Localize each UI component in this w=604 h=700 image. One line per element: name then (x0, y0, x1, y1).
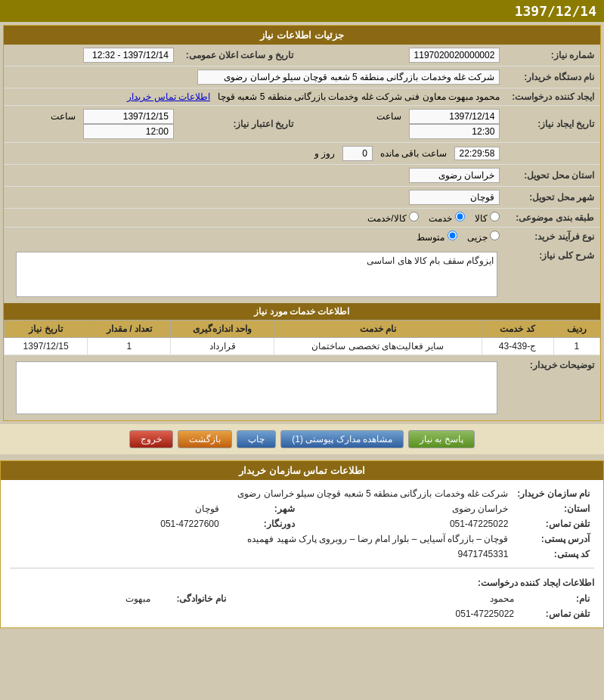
contact-section: اطلاعات تماس سازمان خریدار نام سازمان خر… (0, 460, 604, 628)
row-number: 1 (553, 338, 600, 355)
creator-link[interactable]: اطلاعات تماس خریدار (127, 91, 210, 102)
validity-date-label: تاریخ اعتبار نیاز: (180, 106, 299, 143)
date-header: 1397/12/14 (0, 0, 604, 22)
category-label: طبقه بندی موضوعی: (506, 209, 600, 228)
category-kala-khedmat[interactable]: کالا/خدمت (367, 213, 419, 224)
description-table: شرح کلی نیاز: ایزوگام سقف بام کالا های ا… (4, 246, 600, 303)
description-label: شرح کلی نیاز: (510, 246, 600, 303)
services-table: ردیف کد خدمت نام خدمت واحد اندازه‌گیری ت… (4, 320, 600, 355)
buyer-org-value: شرکت غله وخدمات بازرگانی منطقه 5 شعبه قو… (4, 67, 506, 88)
creator-family-label: نام خانوادگی: (155, 591, 231, 606)
contact-body: نام سازمان خریدار: شرکت غله وخدمات بازرگ… (1, 480, 603, 627)
creator-contact-table: نام: محمود نام خانوادگی: مبهوت تلفن تماس… (10, 591, 594, 621)
request-number-value: 1197020020000002 (330, 45, 506, 67)
contact-fax-label: دورنگار: (224, 516, 299, 531)
info-table: شماره نیاز: 1197020020000002 تاریخ و ساع… (4, 45, 600, 246)
validity-date-box: 1397/12/15 (83, 109, 174, 124)
respond-button[interactable]: پاسخ به نیاز (408, 430, 475, 448)
request-number-box: 1197020020000002 (409, 48, 500, 63)
province-box: خراسان رضوی (409, 168, 500, 183)
col-name: نام خدمت (274, 321, 482, 338)
exit-button[interactable]: خروج (129, 430, 173, 448)
creator-name-label: نام: (519, 591, 594, 606)
create-date-value: 1397/12/14 ساعت 12:30 (330, 106, 506, 143)
contact-fax-value: 051-47227600 (10, 516, 224, 531)
create-date-label: تاریخ ایجاد نیاز: (506, 106, 600, 143)
contact-city-label: شهر: (224, 501, 299, 516)
back-button[interactable]: بازگشت (178, 430, 232, 448)
purchase-type-motavasset[interactable]: متوسط (417, 232, 457, 243)
validity-time-box: 12:00 (83, 124, 174, 139)
buyer-notes-label: توضیحات خریدار: (510, 355, 600, 420)
creator-row: محمود مبهوت معاون فنی شرکت غله وخدمات با… (4, 88, 506, 106)
contact-address-label: آدرس پستی: (513, 531, 594, 547)
buyer-org-box: شرکت غله وخدمات بازرگانی منطقه 5 شعبه قو… (197, 70, 500, 85)
services-title: اطلاعات خدمات مورد نیاز (4, 303, 600, 320)
row-unit: قرارداد (171, 338, 274, 355)
row-service-name: سایر فعالیت‌های تخصصی ساختمان (274, 338, 482, 355)
announce-date-label: تاریخ و ساعت اعلان عمومی: (180, 45, 299, 67)
creator-family-value: مبهوت (10, 591, 155, 606)
announce-date-value: 1397/12/14 - 12:32 (4, 45, 180, 67)
remaining-time-value: 22:29:58 (454, 147, 500, 160)
row-qty: 1 (88, 338, 171, 355)
col-qty: تعداد / مقدار (88, 321, 171, 338)
buyer-notes-table: توضیحات خریدار: (4, 355, 600, 420)
contact-postal-label: کد پستی: (513, 547, 594, 562)
remaining-days-label: روز و (314, 148, 335, 159)
request-number-label: شماره نیاز: (506, 45, 600, 67)
contact-title: اطلاعات تماس سازمان خریدار (1, 461, 603, 480)
col-code: کد خدمت (482, 321, 553, 338)
category-row: کالا خدمت کالا/خدمت (4, 209, 506, 228)
print-button[interactable]: چاپ (237, 430, 276, 448)
buttons-row: پاسخ به نیاز مشاهده مدارک پیوستی (1) چاپ… (0, 424, 604, 454)
description-box: ایزوگام سقف بام کالا های اساسی (16, 252, 497, 297)
remaining-days-value: 0 (342, 146, 373, 161)
purchase-type-label: نوع فرآیند خرید: (506, 228, 600, 246)
buyer-org-label: نام دستگاه خریدار: (506, 67, 600, 88)
contact-province-label: استان: (513, 501, 594, 516)
col-row: ردیف (553, 321, 600, 338)
remaining-time-label: ساعت باقی مانده (380, 148, 447, 159)
view-docs-button[interactable]: مشاهده مدارک پیوستی (1) (280, 430, 404, 448)
org-label: نام سازمان خریدار: (513, 486, 594, 501)
row-code: ج-439-43 (482, 338, 553, 355)
contact-city-value: قوچان (10, 501, 224, 516)
creator-phone-value: 051-47225022 (231, 606, 519, 621)
main-section-title: جزئیات اطلاعات نیاز (4, 26, 600, 45)
contact-phone-value: 051-47225022 (299, 516, 513, 531)
create-time-label: ساعت (376, 111, 401, 122)
divider (10, 568, 594, 568)
table-row: 1 ج-439-43 سایر فعالیت‌های تخصصی ساختمان… (5, 338, 600, 355)
category-kala[interactable]: کالا (472, 213, 500, 224)
validity-time-label: ساعت (51, 111, 76, 122)
creator-subsection-title: اطلاعات ایجاد کننده درخواست: (10, 575, 594, 591)
city-value: قوچان (4, 187, 506, 209)
contact-province-value: خراسان رضوی (299, 501, 513, 516)
org-value: شرکت غله وخدمات بازرگانی منطقه 5 شعبه قو… (10, 486, 513, 501)
remaining-row: 22:29:58 ساعت باقی مانده 0 روز و (4, 143, 506, 165)
province-value: خراسان رضوی (4, 165, 506, 187)
contact-postal-value: 9471745331 (299, 547, 513, 562)
purchase-type-row: جزیی متوسط (4, 228, 506, 246)
col-unit: واحد اندازه‌گیری (171, 321, 274, 338)
creator-phone-label: تلفن تماس: (519, 606, 594, 621)
create-time-box: 12:30 (409, 124, 500, 139)
creator-label: ایجاد کننده درخواست: (506, 88, 600, 106)
description-value-cell: ایزوگام سقف بام کالا های اساسی (4, 246, 510, 303)
city-box: قوچان (409, 190, 500, 205)
contact-table: نام سازمان خریدار: شرکت غله وخدمات بازرگ… (10, 486, 594, 562)
category-khedmat[interactable]: خدمت (426, 213, 465, 224)
contact-phone-label: تلفن تماس: (513, 516, 594, 531)
contact-address-value: قوچان – بازرگاه آسیایی – بلوار امام رضا … (10, 531, 513, 547)
validity-date-value: 1397/12/15 ساعت 12:00 (4, 106, 180, 143)
announce-date-box: 1397/12/14 - 12:32 (83, 48, 174, 63)
buyer-notes-box (16, 361, 497, 414)
purchase-type-jozi[interactable]: جزیی (465, 232, 500, 243)
city-label: شهر محل تحویل: (506, 187, 600, 209)
create-date-box: 1397/12/14 (409, 109, 500, 124)
row-date: 1397/12/15 (5, 338, 88, 355)
province-label: استان محل تحویل: (506, 165, 600, 187)
buyer-notes-cell (4, 355, 510, 420)
col-date: تاریخ نیاز (5, 321, 88, 338)
